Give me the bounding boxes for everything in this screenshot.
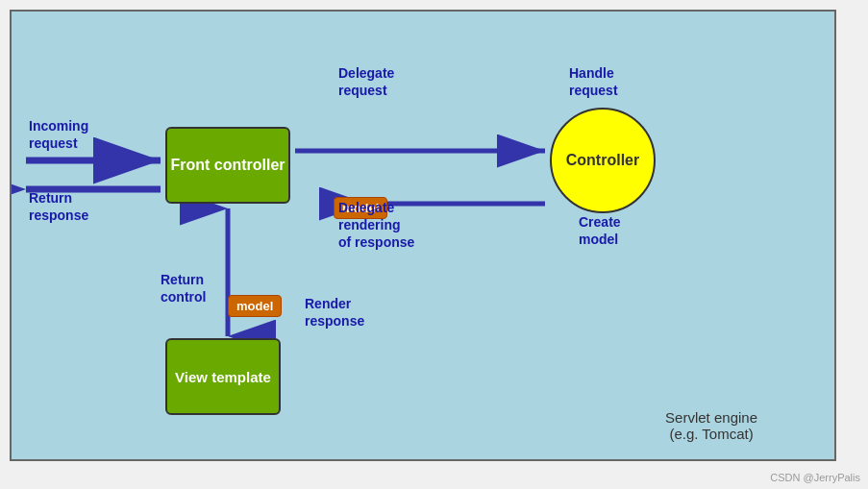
watermark: CSDN @JerryPalis bbox=[770, 472, 860, 483]
delegate-request-label: Delegaterequest bbox=[338, 64, 394, 99]
servlet-engine-label: Servlet engine(e.g. Tomcat) bbox=[665, 409, 757, 442]
front-controller-box: Front controller bbox=[165, 127, 290, 204]
render-response-label: Renderresponse bbox=[305, 295, 364, 330]
delegate-rendering-label: Delegaterenderingof response bbox=[338, 199, 414, 252]
arrows-svg bbox=[12, 12, 838, 463]
view-template-box: View template bbox=[165, 338, 281, 415]
controller-box: Controller bbox=[550, 108, 656, 213]
model-badge-2-label: model bbox=[236, 299, 273, 313]
model-badge-2: model bbox=[228, 295, 282, 317]
return-control-label: Returncontrol bbox=[161, 271, 206, 306]
handle-request-label: Handlerequest bbox=[569, 64, 618, 99]
incoming-request-label: Incomingrequest bbox=[29, 117, 88, 152]
return-response-label: Returnresponse bbox=[29, 189, 88, 224]
create-model-label: Createmodel bbox=[579, 213, 621, 248]
front-controller-label: Front controller bbox=[170, 157, 285, 174]
diagram-container: Front controller Controller View templat… bbox=[10, 10, 836, 461]
view-template-label: View template bbox=[175, 369, 271, 385]
controller-label: Controller bbox=[566, 152, 639, 169]
